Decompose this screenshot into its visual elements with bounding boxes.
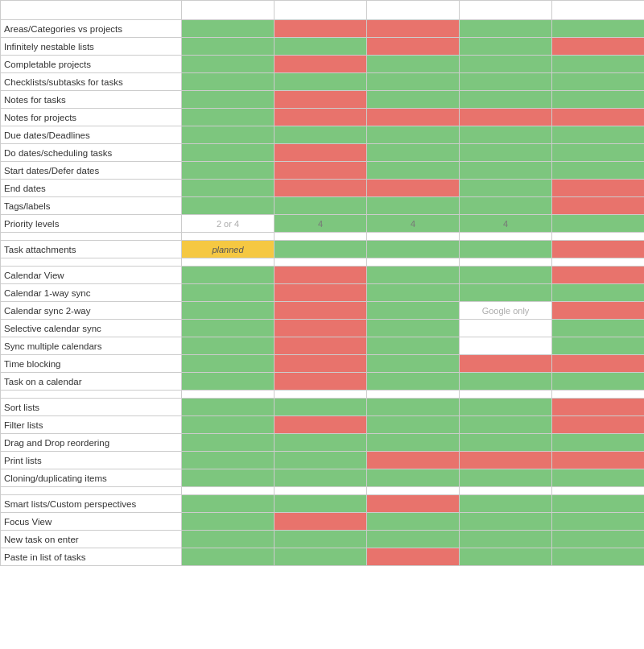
table-header <box>1 1 645 20</box>
data-cell <box>182 38 275 56</box>
separator-cell <box>552 233 645 241</box>
table-row: Infinitely nestable lists <box>1 38 645 56</box>
row-label: Paste in list of tasks <box>1 548 182 566</box>
row-label: Do dates/scheduling tasks <box>1 144 182 162</box>
data-cell <box>367 302 460 320</box>
data-cell <box>182 355 275 373</box>
data-cell <box>367 144 460 162</box>
data-cell <box>367 162 460 180</box>
header-clickup <box>460 1 552 20</box>
separator-cell <box>460 258 552 267</box>
row-label: Completable projects <box>1 56 182 73</box>
data-cell <box>460 20 552 38</box>
table-row: Sync multiple calendars <box>1 337 645 355</box>
data-cell <box>367 469 460 487</box>
separator-cell <box>182 391 275 399</box>
data-cell <box>275 38 367 56</box>
data-cell <box>552 320 645 337</box>
header-ticktick <box>367 1 460 20</box>
data-cell <box>367 267 460 284</box>
data-cell <box>182 434 275 452</box>
row-label: Cloning/duplicating items <box>1 469 182 487</box>
data-cell <box>367 241 460 258</box>
table-row: Notes for tasks <box>1 91 645 109</box>
table-row: Filter lists <box>1 416 645 434</box>
row-label: Notes for projects <box>1 109 182 126</box>
data-cell <box>275 495 367 513</box>
table-row: Task on a calendar <box>1 373 645 391</box>
table-row: Checklists/subtasks for tasks <box>1 73 645 91</box>
data-cell <box>275 180 367 197</box>
row-label: Time blocking <box>1 355 182 373</box>
data-cell <box>460 495 552 513</box>
data-cell <box>182 452 275 469</box>
data-cell <box>460 469 552 487</box>
data-cell <box>552 38 645 56</box>
separator-cell <box>460 233 552 241</box>
data-cell <box>367 38 460 56</box>
row-label: Notes for tasks <box>1 91 182 109</box>
row-label: Filter lists <box>1 416 182 434</box>
data-cell <box>182 320 275 337</box>
table-row: Smart lists/Custom perspectives <box>1 495 645 513</box>
data-cell <box>367 531 460 548</box>
data-cell <box>182 180 275 197</box>
data-cell <box>182 548 275 566</box>
table-row: Calendar 1-way sync <box>1 284 645 302</box>
data-cell <box>182 126 275 144</box>
data-cell <box>460 434 552 452</box>
row-label: Areas/Categories vs projects <box>1 20 182 38</box>
data-cell <box>275 241 367 258</box>
data-cell <box>460 373 552 391</box>
data-cell <box>552 241 645 258</box>
data-cell <box>367 180 460 197</box>
data-cell <box>275 20 367 38</box>
data-cell <box>275 513 367 531</box>
data-cell <box>460 320 552 337</box>
data-cell <box>182 56 275 73</box>
row-label: Print lists <box>1 452 182 469</box>
data-cell <box>552 20 645 38</box>
row-label: Drag and Drop reordering <box>1 434 182 452</box>
data-cell <box>182 373 275 391</box>
data-cell: planned <box>182 241 275 258</box>
data-cell <box>275 548 367 566</box>
separator-row <box>1 391 645 399</box>
data-cell <box>275 73 367 91</box>
data-cell <box>367 320 460 337</box>
data-cell <box>275 531 367 548</box>
data-cell <box>460 241 552 258</box>
data-cell <box>460 56 552 73</box>
table-row: Completable projects <box>1 56 645 73</box>
data-cell <box>182 284 275 302</box>
data-cell <box>182 469 275 487</box>
separator-cell <box>275 233 367 241</box>
data-cell <box>460 416 552 434</box>
data-cell: Google only <box>460 302 552 320</box>
separator-cell <box>182 487 275 495</box>
data-cell <box>275 337 367 355</box>
row-label <box>1 258 182 267</box>
row-label: Task on a calendar <box>1 373 182 391</box>
table-row: Task attachmentsplanned <box>1 241 645 258</box>
table-row: Priority levels2 or 4444 <box>1 215 645 233</box>
data-cell <box>275 434 367 452</box>
data-cell <box>367 126 460 144</box>
table-row: Do dates/scheduling tasks <box>1 144 645 162</box>
data-cell <box>367 434 460 452</box>
data-cell <box>275 109 367 126</box>
data-cell <box>182 109 275 126</box>
table-row: Calendar sync 2-wayGoogle only <box>1 302 645 320</box>
data-cell <box>460 531 552 548</box>
row-label <box>1 233 182 241</box>
data-cell: 4 <box>275 215 367 233</box>
separator-cell <box>275 487 367 495</box>
separator-cell <box>367 391 460 399</box>
row-label: Infinitely nestable lists <box>1 38 182 56</box>
data-cell <box>460 355 552 373</box>
data-cell <box>552 109 645 126</box>
row-label: Selective calendar sync <box>1 320 182 337</box>
data-cell <box>275 320 367 337</box>
data-cell <box>552 126 645 144</box>
row-label: Task attachments <box>1 241 182 258</box>
